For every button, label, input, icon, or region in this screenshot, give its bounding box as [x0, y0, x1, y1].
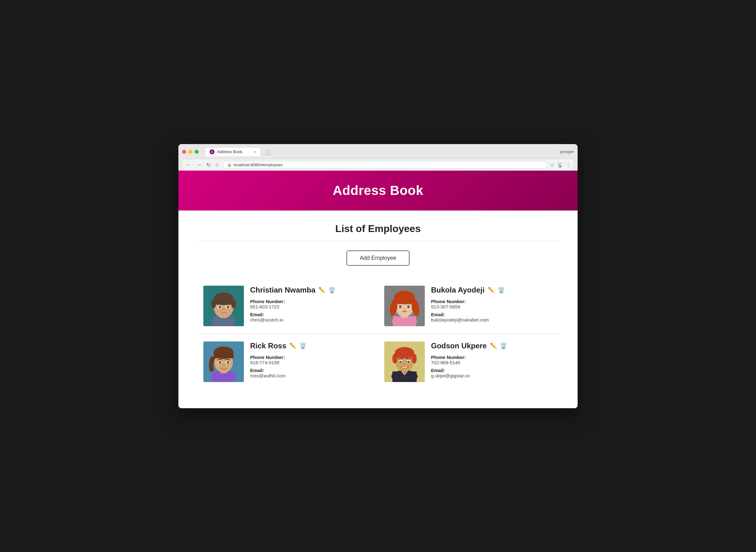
- employee-name-godson: Godson Ukpere: [431, 341, 487, 350]
- phone-label-rick: Phone Number:: [250, 355, 372, 360]
- phone-label-christian: Phone Number:: [250, 299, 372, 304]
- tab-title: Address Book: [217, 149, 242, 154]
- add-employee-button[interactable]: Add Employee: [346, 250, 409, 266]
- close-button[interactable]: [182, 150, 186, 154]
- add-employee-container: Add Employee: [197, 250, 559, 266]
- employee-card-bukola: Bukola Ayodeji ✏️ 🗑️ Phone Number: 513-3…: [378, 286, 559, 326]
- forward-button[interactable]: →: [195, 161, 203, 168]
- employees-section: List of Employees Add Employee: [197, 223, 559, 390]
- svg-rect-68: [395, 353, 414, 358]
- svg-point-70: [412, 354, 417, 364]
- email-value-christian: chris@scotch.io: [250, 317, 372, 322]
- employee-name-row-rick: Rick Ross ✏️ 🗑️: [250, 341, 372, 350]
- svg-point-14: [228, 306, 229, 307]
- employee-name-bukola: Bukola Ayodeji: [431, 286, 485, 294]
- avatar-godson: [384, 341, 425, 382]
- email-label-bukola: Email:: [431, 312, 553, 317]
- menu-icon[interactable]: ⋮: [566, 162, 571, 168]
- active-tab[interactable]: A Address Book ×: [205, 147, 261, 156]
- employees-grid: Christian Nwamba ✏️ 🗑️ Phone Number: 651…: [197, 278, 559, 390]
- phone-value-christian: 651-603-1723: [250, 304, 372, 309]
- svg-rect-36: [214, 353, 234, 358]
- delete-icon-christian[interactable]: 🗑️: [328, 287, 335, 293]
- cast-icon[interactable]: 📡: [557, 162, 563, 168]
- email-label-rick: Email:: [250, 368, 372, 373]
- edit-icon-godson[interactable]: ✏️: [490, 342, 497, 349]
- home-button[interactable]: ⌂: [214, 161, 220, 168]
- svg-point-13: [220, 306, 221, 307]
- address-bar-row: ← → ↻ ⌂ 🔒 localhost:8080/#employees ☆ 📡 …: [182, 159, 574, 171]
- address-input[interactable]: 🔒 localhost:8080/#employees: [222, 161, 548, 169]
- delete-icon-bukola[interactable]: 🗑️: [498, 287, 505, 293]
- employee-row: Christian Nwamba ✏️ 🗑️ Phone Number: 651…: [197, 278, 559, 334]
- svg-point-77: [403, 363, 406, 365]
- address-actions: ☆ 📡 ⋮: [550, 162, 571, 168]
- back-button[interactable]: ←: [185, 161, 193, 168]
- section-title: List of Employees: [197, 223, 559, 235]
- email-value-godson: g.ukpe@gigstar.co: [431, 373, 553, 378]
- edit-icon-bukola[interactable]: ✏️: [488, 287, 495, 293]
- edit-icon-christian[interactable]: ✏️: [318, 287, 325, 293]
- avatar-rick: [203, 341, 244, 382]
- tab-bar: A Address Book × ⬜: [205, 147, 560, 156]
- svg-point-42: [228, 362, 229, 363]
- bookmark-icon[interactable]: ☆: [550, 162, 555, 168]
- employee-card-rick: Rick Ross ✏️ 🗑️ Phone Number: 918-774-01…: [197, 341, 378, 382]
- edit-icon-rick[interactable]: ✏️: [289, 342, 296, 349]
- svg-point-15: [222, 308, 225, 310]
- browser-window: A Address Book × ⬜ prosper ← → ↻ ⌂ 🔒 loc…: [178, 144, 578, 408]
- delete-icon-rick[interactable]: 🗑️: [299, 342, 306, 349]
- svg-point-7: [211, 299, 216, 308]
- minimize-button[interactable]: [188, 150, 192, 154]
- phone-value-godson: 702-989-5145: [431, 360, 553, 365]
- svg-point-43: [222, 364, 225, 366]
- employee-card-christian: Christian Nwamba ✏️ 🗑️ Phone Number: 651…: [197, 286, 378, 326]
- email-value-rick: ross@auth0.com: [250, 373, 372, 378]
- employee-info-rick: Rick Ross ✏️ 🗑️ Phone Number: 918-774-01…: [250, 341, 372, 381]
- phone-value-rick: 918-774-0199: [250, 360, 372, 365]
- svg-rect-6: [214, 299, 234, 304]
- phone-label-godson: Phone Number:: [431, 355, 553, 360]
- svg-point-74: [408, 361, 410, 363]
- employee-name-row-godson: Godson Ukpere ✏️ 🗑️: [431, 341, 553, 350]
- employee-name-rick: Rick Ross: [250, 341, 286, 350]
- phone-value-bukola: 513-307-5859: [431, 304, 553, 309]
- reload-button[interactable]: ↻: [205, 161, 212, 168]
- employee-info-christian: Christian Nwamba ✏️ 🗑️ Phone Number: 651…: [250, 286, 372, 325]
- tab-close-button[interactable]: ×: [254, 149, 256, 154]
- email-value-bukola: bukolayodeji@nairabet.com: [431, 317, 553, 322]
- employee-name-row-bukola: Bukola Ayodeji ✏️ 🗑️: [431, 286, 553, 294]
- employee-name-christian: Christian Nwamba: [250, 286, 315, 294]
- new-tab-button[interactable]: ⬜: [263, 147, 272, 156]
- employee-name-row-christian: Christian Nwamba ✏️ 🗑️: [250, 286, 372, 294]
- employee-info-bukola: Bukola Ayodeji ✏️ 🗑️ Phone Number: 513-3…: [431, 286, 553, 325]
- url-text: localhost:8080/#employees: [234, 162, 283, 167]
- svg-point-27: [401, 306, 402, 306]
- svg-point-76: [409, 361, 409, 362]
- app-header: Address Book: [178, 171, 578, 211]
- tab-favicon: A: [209, 149, 214, 154]
- email-label-godson: Email:: [431, 368, 553, 373]
- app-content: List of Employees Add Employee: [178, 211, 578, 408]
- phone-label-bukola: Phone Number:: [431, 299, 553, 304]
- svg-point-29: [404, 308, 406, 310]
- employee-card-godson: Godson Ukpere ✏️ 🗑️ Phone Number: 702-98…: [378, 341, 559, 382]
- browser-user: prosper: [560, 149, 574, 154]
- email-label-christian: Email:: [250, 312, 372, 317]
- avatar-christian: [203, 286, 244, 326]
- lock-icon: 🔒: [227, 162, 232, 167]
- svg-point-41: [220, 362, 221, 363]
- traffic-lights: [182, 150, 199, 154]
- svg-point-28: [409, 306, 410, 306]
- svg-point-73: [400, 361, 402, 363]
- delete-icon-godson[interactable]: 🗑️: [500, 342, 507, 349]
- svg-point-69: [392, 354, 397, 364]
- avatar-bukola: [384, 286, 425, 326]
- employee-info-godson: Godson Ukpere ✏️ 🗑️ Phone Number: 702-98…: [431, 341, 553, 381]
- svg-rect-22: [394, 297, 415, 304]
- employee-row-2: Rick Ross ✏️ 🗑️ Phone Number: 918-774-01…: [197, 334, 559, 390]
- browser-chrome: A Address Book × ⬜ prosper ← → ↻ ⌂ 🔒 loc…: [178, 144, 578, 171]
- maximize-button[interactable]: [195, 150, 199, 154]
- svg-point-75: [401, 361, 401, 362]
- app-title: Address Book: [185, 183, 571, 198]
